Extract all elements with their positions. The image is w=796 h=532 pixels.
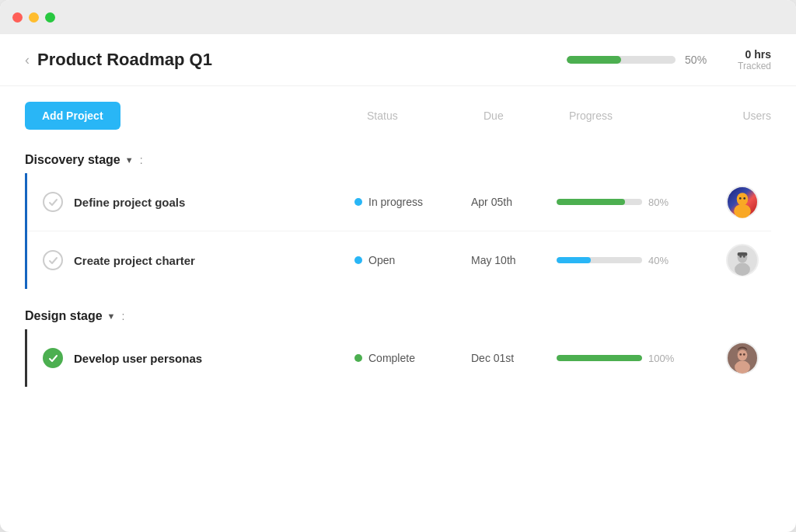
avatar xyxy=(726,186,759,218)
svg-point-0 xyxy=(737,193,748,205)
col-header-status: Status xyxy=(367,110,484,122)
check-empty-icon[interactable] xyxy=(43,250,63,270)
header-progress-pct: 50% xyxy=(685,54,707,66)
progress-cell: 100% xyxy=(557,353,696,364)
svg-point-11 xyxy=(739,353,742,356)
check-done-icon[interactable] xyxy=(43,348,63,368)
back-button[interactable]: ‹ xyxy=(25,52,30,68)
svg-point-3 xyxy=(743,197,745,200)
main-window: ‹ Product Roadmap Q1 50% 0 hrs Tracked A… xyxy=(0,0,796,532)
project-name: Develop user personas xyxy=(74,352,354,365)
table-row[interactable]: Define project goals In progress Apr 05t… xyxy=(27,173,771,231)
maximize-dot[interactable] xyxy=(45,12,55,23)
users-cell xyxy=(696,342,759,374)
row-progress-bar xyxy=(557,355,642,361)
due-date: Dec 01st xyxy=(471,352,557,364)
avatar xyxy=(726,342,759,374)
section-title: Design stage xyxy=(25,309,103,323)
sections-container: Discovery stage ▼ : Define project goals… xyxy=(25,139,771,387)
main-content: Add Project Status Due Progress Users Di… xyxy=(0,86,796,532)
section-chevron-icon[interactable]: ▼ xyxy=(107,311,116,321)
section-header: Design stage ▼ : xyxy=(25,295,771,329)
minimize-dot[interactable] xyxy=(29,12,39,23)
project-name: Define project goals xyxy=(74,196,354,209)
col-header-progress: Progress xyxy=(569,110,709,122)
row-progress-pct: 80% xyxy=(648,196,679,208)
project-group: Define project goals In progress Apr 05t… xyxy=(25,173,771,289)
status-cell: Open xyxy=(354,254,471,266)
progress-cell: 40% xyxy=(557,255,696,266)
project-name: Create project charter xyxy=(74,254,354,267)
add-project-button[interactable]: Add Project xyxy=(25,102,120,130)
row-progress-fill xyxy=(557,257,591,263)
toolbar: Add Project Status Due Progress Users xyxy=(25,86,771,139)
table-row[interactable]: Develop user personas Complete Dec 01st … xyxy=(27,329,771,387)
avatar xyxy=(726,244,759,276)
svg-point-2 xyxy=(739,197,742,200)
svg-point-10 xyxy=(735,361,750,374)
tracked-section: 0 hrs Tracked xyxy=(738,48,771,71)
check-empty-icon[interactable] xyxy=(43,192,63,212)
section-header: Discovery stage ▼ : xyxy=(25,139,771,173)
table-row[interactable]: Create project charter Open May 10th 40% xyxy=(27,231,771,289)
titlebar xyxy=(0,0,796,34)
svg-point-12 xyxy=(743,353,745,356)
svg-point-5 xyxy=(735,263,750,276)
section-chevron-icon[interactable]: ▼ xyxy=(125,155,134,165)
svg-point-1 xyxy=(734,204,751,218)
status-text: In progress xyxy=(368,196,423,208)
status-text: Complete xyxy=(368,352,415,364)
row-progress-fill xyxy=(557,355,642,361)
due-date: Apr 05th xyxy=(471,196,557,208)
status-dot xyxy=(354,256,362,264)
col-header-users: Users xyxy=(709,110,771,122)
section-menu-icon[interactable]: : xyxy=(121,310,124,322)
tracked-hrs: 0 hrs xyxy=(738,48,771,61)
column-headers: Status Due Progress Users xyxy=(139,110,771,122)
col-header-due: Due xyxy=(484,110,569,122)
section-title: Discovery stage xyxy=(25,153,120,167)
status-cell: Complete xyxy=(354,352,471,364)
users-cell xyxy=(696,186,759,218)
status-dot xyxy=(354,198,362,206)
progress-cell: 80% xyxy=(557,196,696,208)
project-group: Develop user personas Complete Dec 01st … xyxy=(25,329,771,387)
status-text: Open xyxy=(368,254,395,266)
row-progress-bar xyxy=(557,199,642,205)
section-menu-icon[interactable]: : xyxy=(140,154,143,166)
page-title: Product Roadmap Q1 xyxy=(37,50,567,70)
row-progress-fill xyxy=(557,199,625,205)
close-dot[interactable] xyxy=(12,12,23,23)
users-cell xyxy=(696,244,759,276)
status-cell: In progress xyxy=(354,196,471,208)
header-progress-fill xyxy=(567,56,621,64)
header-progress: 50% xyxy=(567,54,707,66)
status-dot xyxy=(354,354,362,362)
row-progress-pct: 100% xyxy=(648,353,679,364)
due-date: May 10th xyxy=(471,254,557,266)
page-header: ‹ Product Roadmap Q1 50% 0 hrs Tracked xyxy=(0,34,796,86)
header-progress-bar xyxy=(567,56,676,64)
tracked-label: Tracked xyxy=(738,61,771,71)
svg-point-9 xyxy=(738,349,748,360)
row-progress-pct: 40% xyxy=(648,255,679,266)
row-progress-bar xyxy=(557,257,642,263)
svg-rect-8 xyxy=(738,252,748,256)
